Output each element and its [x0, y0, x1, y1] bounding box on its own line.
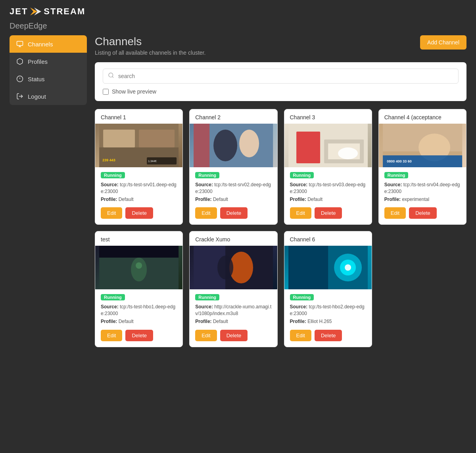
channel-card-channel3: Channel 3 Running Source: tcp:/ts-test-s…: [284, 109, 372, 225]
channel-title: Crackle Xumo: [190, 231, 277, 246]
svg-rect-37: [99, 246, 178, 258]
channel-source: Source: tcp:/ts-test-srv02.deep-edge:230…: [195, 182, 271, 195]
channel-profile: Profile: experimental: [384, 196, 461, 203]
channel-thumbnail-channel3: [284, 124, 372, 167]
svg-point-35: [131, 258, 147, 281]
header: JET STREAM: [0, 0, 476, 21]
card-actions: Edit Delete: [384, 207, 461, 219]
svg-rect-24: [296, 132, 320, 163]
sidebar-channels-label: Channels: [28, 41, 53, 48]
channel-title: test: [95, 231, 182, 246]
channel-thumbnail-test: [95, 246, 182, 289]
channel-title: Channel 4 (acceptance: [379, 109, 466, 124]
delete-button-crackle-xumo[interactable]: Delete: [220, 330, 248, 341]
channel-title: Channel 2: [190, 109, 277, 124]
live-preview-checkbox[interactable]: [103, 89, 109, 95]
logo-text-right: STREAM: [44, 6, 85, 17]
sidebar: Channels Profiles Status: [10, 35, 87, 105]
channel-title: Channel 6: [284, 231, 372, 246]
live-preview-label[interactable]: Show live preview: [112, 88, 156, 95]
channel-card-channel6: Channel 6 Running Source: tcp:/ts-test-h…: [284, 231, 372, 347]
status-badge: Running: [101, 294, 125, 300]
edit-button-channel6[interactable]: Edit: [290, 330, 311, 341]
channel-info: Running Source: tcp:/ts-test-srv02.deep-…: [190, 167, 277, 224]
edit-button-channel3[interactable]: Edit: [290, 207, 311, 219]
delete-button-channel2[interactable]: Delete: [220, 207, 248, 219]
channel-thumbnail-channel1: 239 443 1.344€: [95, 124, 182, 167]
edit-button-test[interactable]: Edit: [101, 330, 122, 341]
svg-rect-2: [17, 41, 23, 46]
svg-point-36: [136, 262, 142, 269]
svg-line-10: [112, 76, 113, 78]
channel-source: Source: tcp:/ts-test-srv01.deep-edge:230…: [101, 182, 177, 195]
page-title: Channels: [95, 35, 205, 48]
sidebar-profiles-label: Profiles: [28, 58, 48, 65]
delete-button-channel3[interactable]: Delete: [315, 207, 342, 219]
sidebar-status-label: Status: [28, 76, 45, 82]
svg-rect-13: [103, 130, 135, 147]
sidebar-item-profiles[interactable]: Profiles: [10, 53, 87, 70]
app-title: DeepEdge: [0, 21, 476, 35]
channel-profile: Profile: Default: [101, 318, 177, 325]
svg-point-20: [213, 130, 237, 161]
search-row: [103, 69, 459, 84]
search-icon: [108, 72, 114, 80]
channel-info: Running Source: tcp:/ts-test-hbo1.deep-e…: [95, 289, 182, 346]
channel-source: Source: http://crackle-xumo.amagi.tv/108…: [195, 304, 271, 317]
page-subtitle: Listing of all available channels in the…: [95, 50, 205, 56]
status-badge: Running: [101, 172, 125, 178]
search-container: Show live preview: [95, 62, 466, 101]
sidebar-item-channels[interactable]: Channels: [10, 35, 87, 53]
channel-info: Running Source: http://crackle-xumo.amag…: [190, 289, 277, 346]
cube-icon: [16, 57, 24, 65]
channel-title: Channel 1: [95, 109, 182, 124]
channel-source: Source: tcp:/ts-test-hbo1.deep-edge:2300…: [101, 304, 177, 317]
channel-title: Channel 3: [284, 109, 372, 124]
delete-button-test[interactable]: Delete: [125, 330, 153, 341]
svg-point-27: [338, 147, 358, 159]
channel-card-channel1: Channel 1 239 443 1.344€ Running Source:…: [95, 109, 183, 225]
channel-profile: Profile: Default: [101, 196, 177, 203]
channel-thumbnail-channel2: [190, 124, 277, 167]
channel-info: Running Source: tcp:/ts-test-srv04.deep-…: [379, 167, 466, 224]
logo-arrow-icon: [30, 8, 41, 15]
channel-thumbnail-channel4: 0800 400 33 60: [379, 124, 466, 167]
channel-profile: Profile: Default: [195, 196, 271, 203]
svg-rect-14: [139, 130, 175, 147]
channel-card-channel4: Channel 4 (acceptance 0800 400 33 60 Run…: [378, 109, 466, 225]
circle-icon: [16, 75, 24, 83]
sidebar-item-logout[interactable]: Logout: [10, 88, 87, 105]
status-badge: Running: [195, 294, 219, 300]
channel-thumbnail-channel6: [284, 246, 372, 289]
search-input[interactable]: [118, 73, 453, 79]
delete-button-channel6[interactable]: Delete: [315, 330, 342, 341]
edit-button-channel4[interactable]: Edit: [384, 207, 406, 219]
add-channel-button[interactable]: Add Channel: [420, 35, 466, 50]
channel-thumbnail-crackle-xumo: [190, 246, 277, 289]
title-block: Channels Listing of all available channe…: [95, 35, 205, 56]
svg-point-21: [239, 130, 259, 157]
channel-card-crackle-xumo: Crackle Xumo Running Source: http://crac…: [189, 231, 277, 347]
channel-info: Running Source: tcp:/ts-test-hbo2.deep-e…: [284, 289, 372, 346]
edit-button-channel1[interactable]: Edit: [101, 207, 122, 219]
delete-button-channel4[interactable]: Delete: [409, 207, 437, 219]
channel-card-test: test Running Source: tcp:/ts-test-hbo1.d…: [95, 231, 183, 347]
svg-point-41: [217, 256, 233, 279]
svg-text:1.344€: 1.344€: [148, 160, 157, 162]
logout-icon: [16, 92, 24, 100]
logo: JET STREAM: [10, 6, 85, 17]
svg-rect-22: [194, 124, 209, 167]
channel-source: Source: tcp:/ts-test-srv03.deep-edge:230…: [290, 182, 366, 195]
content-area: Channels Listing of all available channe…: [95, 35, 466, 347]
edit-button-channel2[interactable]: Edit: [195, 207, 217, 219]
channel-info: Running Source: tcp:/ts-test-srv01.deep-…: [95, 167, 182, 224]
delete-button-channel1[interactable]: Delete: [125, 207, 153, 219]
sidebar-item-status[interactable]: Status: [10, 70, 87, 88]
status-badge: Running: [384, 172, 409, 178]
edit-button-crackle-xumo[interactable]: Edit: [195, 330, 217, 341]
content-header: Channels Listing of all available channe…: [95, 35, 466, 56]
card-actions: Edit Delete: [195, 330, 271, 341]
sidebar-logout-label: Logout: [28, 93, 46, 100]
logo-text-left: JET: [10, 6, 28, 17]
channel-source: Source: tcp:/ts-test-hbo2.deep-edge:2300…: [290, 304, 366, 317]
